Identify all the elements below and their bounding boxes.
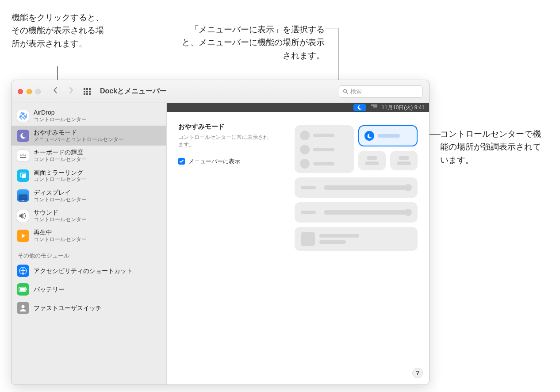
sidebar-item-accessibility[interactable]: アクセシビリティのショートカット [12,261,166,280]
cc-tile [358,151,386,170]
menubar-time: 11月10日(火) 9:41 [382,104,425,111]
svg-line-1 [346,92,348,93]
sidebar-item-label: おやすみモード [34,129,124,136]
help-button[interactable]: ? [412,368,423,378]
svg-rect-14 [20,288,25,291]
cc-tile [295,202,418,223]
sidebar-item-label: アクセシビリティのショートカット [34,267,133,275]
sidebar-item-keyboard-brightness[interactable]: キーボードの輝度コントロールセンター [12,146,166,165]
moon-icon [357,105,362,110]
sidebar-section-header: その他のモジュール [12,246,166,261]
search-field[interactable] [339,85,423,98]
grid-icon [84,88,91,95]
cc-tile [295,227,418,251]
sidebar-item-sub: コントロールセンター [34,216,87,223]
svg-rect-13 [26,288,27,290]
sidebar-item-label: ディスプレイ [34,189,87,196]
control-center-menubar-icon [370,104,377,111]
maximize-icon [35,89,41,94]
sidebar-item-sub: コントロールセンター [34,156,87,162]
sidebar-item-sub: コントロールセンター [34,236,87,242]
show-in-menubar-checkbox[interactable]: メニューバーに表示 [178,158,284,165]
callout-highlighted-cc: コントロールセンターで機能の場所が強調表示されています。 [440,127,546,166]
titlebar: Dockとメニューバー [12,80,429,103]
sidebar-item-battery[interactable]: バッテリー [12,280,166,299]
screen-mirroring-icon [17,169,29,182]
sound-icon [17,210,29,222]
sidebar-item-sub: コントロールセンター [34,196,87,203]
window-title: Dockとメニューバー [100,87,167,96]
svg-point-15 [22,305,25,308]
menubar-dnd-indicator [353,104,366,111]
display-icon [17,189,29,202]
control-center-preview [295,123,418,251]
menubar-preview: 11月10日(火) 9:41 [167,103,429,112]
cc-tile [390,151,418,170]
sidebar: AirDropコントロールセンター おやすみモードメニューバーとコントロールセン… [12,103,166,384]
battery-icon [17,283,29,296]
sidebar-item-label: キーボードの輝度 [34,149,87,156]
callout-show-in-menubar: 「メニューバーに表示」を選択すると、メニューバーに機能の場所が表示されます。 [174,23,325,62]
traffic-lights [18,89,41,94]
checkbox-icon [178,158,185,165]
sidebar-item-sub: メニューバーとコントロールセンター [34,136,124,142]
show-all-button[interactable] [81,85,93,98]
back-button[interactable] [50,85,61,98]
settings-title: おやすみモード [178,123,284,131]
sidebar-item-sub: コントロールセンター [34,176,87,182]
close-icon[interactable] [18,89,23,94]
search-input[interactable] [350,88,419,95]
svg-point-11 [22,269,23,270]
svg-rect-9 [22,200,24,201]
user-switch-icon [17,302,29,314]
settings-block: おやすみモード コントロールセンターに常に表示されます。 メニューバーに表示 [178,123,284,251]
play-icon [17,230,29,242]
sidebar-item-label: 画面ミラーリング [34,169,87,177]
preferences-window: Dockとメニューバー AirDropコントロールセンター おやすみモードメニュ… [11,80,430,385]
cc-tile [295,177,418,198]
minimize-icon[interactable] [27,89,32,94]
accessibility-icon [17,265,29,277]
moon-icon [17,130,29,142]
sidebar-item-dnd[interactable]: おやすみモードメニューバーとコントロールセンター [12,126,166,146]
cc-tile [295,125,354,173]
callout-click-feature: 機能をクリックすると、その機能が表示される場所が表示されます。 [12,11,104,50]
search-icon [343,88,349,95]
moon-icon [364,131,374,141]
keyboard-brightness-icon [17,150,29,162]
cc-tile-dnd-highlighted [358,125,418,146]
main-panel: 11月10日(火) 9:41 おやすみモード コントロールセンターに常に表示され… [166,103,429,384]
sidebar-item-label: バッテリー [34,286,65,293]
sidebar-item-sub: コントロールセンター [34,116,87,123]
airdrop-icon [17,110,29,122]
sidebar-item-fast-user-switching[interactable]: ファストユーザスイッチ [12,299,166,317]
svg-rect-8 [19,195,27,200]
sidebar-item-label: 再生中 [34,229,87,236]
sidebar-item-display[interactable]: ディスプレイコントロールセンター [12,186,166,206]
sidebar-item-label: ファストユーザスイッチ [34,304,102,312]
sidebar-item-label: AirDrop [34,109,87,116]
svg-point-2 [22,115,24,117]
forward-button[interactable] [65,85,77,98]
callout-line [325,28,338,28]
sidebar-item-label: サウンド [34,209,87,216]
settings-description: コントロールセンターに常に表示されます。 [178,134,271,149]
svg-point-3 [20,113,26,119]
sidebar-item-now-playing[interactable]: 再生中コントロールセンター [12,226,166,246]
svg-rect-7 [22,174,26,178]
checkbox-label: メニューバーに表示 [188,158,240,165]
sidebar-item-airdrop[interactable]: AirDropコントロールセンター [12,106,166,126]
sidebar-item-screen-mirroring[interactable]: 画面ミラーリングコントロールセンター [12,166,166,186]
sidebar-item-sound[interactable]: サウンドコントロールセンター [12,206,166,226]
